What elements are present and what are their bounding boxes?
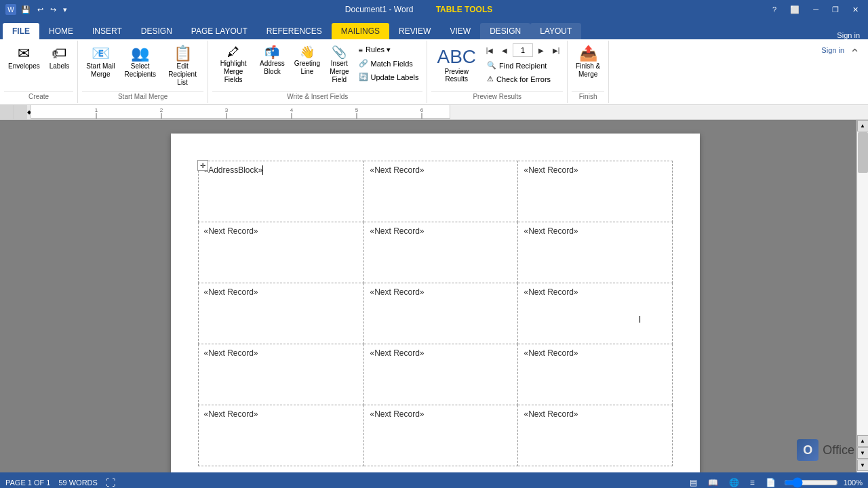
nav-prev-button[interactable]: ◀ <box>498 43 511 57</box>
tab-references[interactable]: REFERENCES <box>257 23 332 39</box>
nav-next-button[interactable]: ▶ <box>534 43 548 57</box>
finish-merge-label: Finish &Merge <box>576 62 600 79</box>
match-fields-icon: 🔗 <box>359 59 368 68</box>
web-layout-button[interactable]: 🌐 <box>726 476 742 488</box>
svg-text:4: 4 <box>290 107 294 113</box>
table-cell[interactable]: «Next Record» <box>364 344 518 405</box>
sign-in-button[interactable]: Sign in <box>829 31 868 39</box>
update-labels-label: Update Labels <box>371 73 419 81</box>
print-layout-view-button[interactable]: ▤ <box>687 476 700 488</box>
finish-merge-button[interactable]: 📤 Finish &Merge <box>572 43 604 81</box>
scroll-thumb[interactable] <box>858 132 868 173</box>
page-area[interactable]: ✛ «AddressBlock» «Next Record» «Next Rec… <box>14 120 856 472</box>
table-cell[interactable]: «Next Record» <box>198 405 364 466</box>
table-cell[interactable]: «Next Record» <box>518 344 672 405</box>
finish-content: 📤 Finish &Merge <box>572 43 604 89</box>
select-recipients-icon: 👥 <box>131 46 149 61</box>
qat-more[interactable]: ▾ <box>61 4 69 16</box>
zoom-slider[interactable] <box>784 477 838 488</box>
table-cell[interactable]: «Next Record» <box>198 222 364 283</box>
minimize-button[interactable]: ─ <box>809 4 823 15</box>
table-row: «Next Record» «Next Record» «Next Record… <box>198 344 672 405</box>
office-text: Office <box>823 443 854 458</box>
scroll-up-button[interactable]: ▲ <box>857 120 869 131</box>
address-block-button[interactable]: 📬 AddressBlock <box>256 43 289 79</box>
page: ✛ «AddressBlock» «Next Record» «Next Rec… <box>171 134 700 472</box>
qat-undo[interactable]: ↩ <box>35 4 45 16</box>
preview-results-button[interactable]: ABC PreviewResults <box>434 45 479 84</box>
tab-page-layout[interactable]: PAGE LAYOUT <box>182 23 257 39</box>
ruler-end <box>450 105 869 119</box>
svg-text:6: 6 <box>420 107 424 113</box>
tab-design[interactable]: DESIGN <box>132 23 182 39</box>
outline-view-button[interactable]: ≡ <box>747 476 757 488</box>
table-cell[interactable]: «Next Record» <box>518 161 672 222</box>
ribbon-right-area: Sign in ⌃ <box>609 41 868 103</box>
greeting-line-button[interactable]: 👋 GreetingLine <box>290 43 324 79</box>
table-cell[interactable]: «Next Record» <box>364 405 518 466</box>
right-scrollbar: ▲ ▲ ▼ ▼ <box>856 120 868 472</box>
update-labels-button[interactable]: 🔄 Update Labels <box>355 70 423 83</box>
highlight-merge-fields-button[interactable]: 🖍 HighlightMerge Fields <box>212 43 254 87</box>
edit-recipient-list-button[interactable]: 📋 EditRecipient List <box>161 43 203 89</box>
help-button[interactable]: ? <box>768 4 781 15</box>
check-for-errors-button[interactable]: ⚠ Check for Errors <box>483 73 563 85</box>
table-cell[interactable]: «Next Record» <box>364 283 518 344</box>
status-bar: PAGE 1 OF 1 59 WORDS ⛶ ▤ 📖 🌐 ≡ 📄 100% <box>0 472 868 488</box>
match-fields-button[interactable]: 🔗 Match Fields <box>355 57 423 70</box>
draft-view-button[interactable]: 📄 <box>763 476 778 488</box>
restore-button[interactable]: ❐ <box>828 4 843 16</box>
table-move-handle[interactable]: ✛ <box>197 160 208 171</box>
find-recipient-icon: 🔍 <box>487 61 496 70</box>
tab-review[interactable]: REVIEW <box>389 23 440 39</box>
rules-button[interactable]: ≡ Rules ▾ <box>355 43 423 56</box>
close-button[interactable]: ✕ <box>848 4 863 16</box>
table-cell[interactable]: «Next Record» I <box>518 283 672 344</box>
labels-button[interactable]: 🏷 Labels <box>45 43 73 73</box>
insert-merge-field-button[interactable]: 📎 InsertMergeField <box>326 43 353 87</box>
scroll-down-button[interactable]: ▼ <box>857 460 869 471</box>
check-for-errors-label: Check for Errors <box>496 75 551 83</box>
merge-field-next-record: «Next Record» <box>370 348 424 358</box>
table-cell[interactable]: «Next Record» <box>518 405 672 466</box>
nav-page-input[interactable] <box>513 43 533 57</box>
scroll-next-page-button[interactable]: ▼ <box>857 447 869 459</box>
table-cell[interactable]: «Next Record» <box>518 222 672 283</box>
create-group-content: ✉ Envelopes 🏷 Labels <box>4 43 73 89</box>
tab-mailings[interactable]: MAILINGS <box>332 23 389 39</box>
tab-view[interactable]: VIEW <box>440 23 480 39</box>
merge-field-next-record: «Next Record» <box>204 287 258 297</box>
preview-navigation: |◀ ◀ ▶ ▶| <box>483 43 563 57</box>
write-insert-col: ≡ Rules ▾ 🔗 Match Fields 🔄 Update Labels <box>355 43 423 83</box>
tab-insert[interactable]: INSERT <box>83 23 132 39</box>
tab-file[interactable]: FILE <box>3 23 39 39</box>
table-cell[interactable]: «Next Record» <box>198 283 364 344</box>
table-cell[interactable]: «AddressBlock» <box>198 161 364 222</box>
envelopes-button[interactable]: ✉ Envelopes <box>4 43 44 73</box>
tab-layout[interactable]: LAYOUT <box>530 23 581 39</box>
select-recipients-button[interactable]: 👥 SelectRecipients <box>120 43 160 81</box>
table-cell[interactable]: «Next Record» <box>198 344 364 405</box>
read-mode-button[interactable]: 📖 <box>705 476 721 488</box>
tab-home[interactable]: HOME <box>39 23 83 39</box>
table-cell[interactable]: «Next Record» <box>364 161 518 222</box>
qat-redo[interactable]: ↪ <box>48 4 58 16</box>
nav-last-button[interactable]: ▶| <box>549 43 563 57</box>
find-recipient-button[interactable]: 🔍 Find Recipient <box>483 59 563 72</box>
qat-save[interactable]: 💾 <box>19 4 33 16</box>
merge-field-next-record: «Next Record» <box>524 348 578 358</box>
table-cell[interactable]: «Next Record» <box>364 222 518 283</box>
collapse-ribbon-icon[interactable]: ⌃ <box>847 43 863 64</box>
sign-in-ribbon[interactable]: Sign in <box>818 43 847 57</box>
track-changes-icon: ⛶ <box>106 477 115 488</box>
merge-field-next-record: «Next Record» <box>524 165 578 175</box>
scroll-prev-page-button[interactable]: ▲ <box>857 435 869 447</box>
merge-field-next-record: «Next Record» <box>370 409 424 419</box>
tab-design2[interactable]: DESIGN <box>480 23 530 39</box>
scroll-track[interactable] <box>857 131 869 434</box>
restore-ribbon-button[interactable]: ⬜ <box>786 4 804 16</box>
nav-first-button[interactable]: |◀ <box>483 43 496 57</box>
select-recipients-label: SelectRecipients <box>124 62 156 79</box>
scroll-bottom-controls: ▲ ▼ ▼ <box>857 434 869 472</box>
start-mail-merge-button[interactable]: 📧 Start MailMerge <box>82 43 119 81</box>
